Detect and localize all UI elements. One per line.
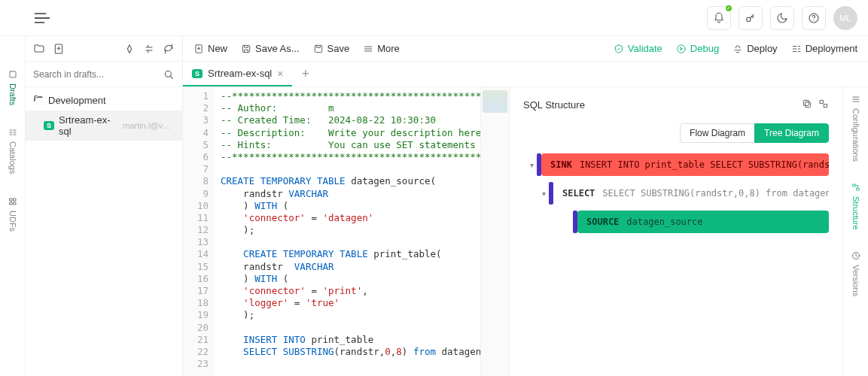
toolbar-label: Save As...	[255, 43, 300, 54]
folder-label: Development	[48, 95, 106, 106]
node-body: datagen_source	[626, 217, 702, 227]
deploy-button[interactable]: Deploy	[732, 43, 777, 54]
sql-badge-icon: S	[192, 69, 203, 78]
tab-add-button[interactable]: +	[292, 62, 318, 86]
right-rail-versions[interactable]: Versions	[851, 251, 860, 296]
structure-node-sink[interactable]: ▾SINKINSERT INTO print_table SELECT SUBS…	[526, 153, 829, 176]
tree-diagram-tab[interactable]: Tree Diagram	[754, 123, 829, 143]
flow-diagram-tab[interactable]: Flow Diagram	[680, 123, 755, 143]
svg-rect-16	[824, 104, 827, 107]
node-tag: SELECT	[562, 188, 595, 199]
left-rail-label: Catalogs	[8, 141, 17, 174]
key-button[interactable]	[739, 6, 763, 30]
editor-column: New Save As... Save More Validate Debug …	[183, 36, 868, 376]
tree-file[interactable]: S Srtream-ex-sql martin.l@verver	[26, 111, 182, 141]
structure-panel: SQL Structure Flow Diagram Tree Diagram …	[509, 87, 842, 376]
help-button[interactable]	[802, 6, 826, 30]
notifications-badge-icon	[724, 4, 733, 13]
node-tag: SINK	[550, 159, 572, 170]
right-rail-label: Versions	[851, 265, 860, 296]
structure-node-source[interactable]: SOURCEdatagen_source	[562, 211, 829, 233]
caret-icon[interactable]: ▾	[526, 161, 537, 169]
debug-button[interactable]: Debug	[676, 43, 719, 54]
toolbar-label: Save	[327, 43, 350, 54]
node-box: SOURCEdatagen_source	[577, 211, 829, 233]
tab-label: Srtream-ex-sql	[208, 68, 272, 79]
menu-toggle-button[interactable]	[32, 8, 53, 29]
file-meta: martin.l@verver	[123, 121, 175, 130]
toolbar-label: More	[377, 43, 400, 54]
svg-rect-4	[14, 199, 16, 201]
caret-icon[interactable]: ▾	[538, 190, 549, 198]
svg-rect-6	[14, 202, 16, 205]
toolbar-label: Validate	[628, 43, 662, 54]
node-body: SELECT SUBSTRING(randstr,0,8) from datag…	[602, 188, 829, 199]
save-button[interactable]: Save	[313, 43, 350, 54]
right-rail: Configurations Structure Versions	[842, 87, 868, 376]
more-button[interactable]: More	[363, 43, 400, 54]
versions-icon	[851, 251, 860, 262]
svg-rect-15	[820, 100, 823, 103]
node-body: INSERT INTO print_table SELECT SUBSTRING…	[580, 159, 829, 170]
toolbar: New Save As... Save More Validate Debug …	[183, 36, 868, 62]
validate-button[interactable]: Validate	[614, 43, 662, 54]
svg-rect-14	[803, 100, 809, 105]
structure-icon	[851, 183, 860, 193]
refresh-icon[interactable]	[163, 43, 175, 55]
save-as-button[interactable]: Save As...	[241, 43, 300, 54]
search-input[interactable]	[33, 69, 163, 80]
copy-icon[interactable]	[802, 99, 812, 111]
structure-title: SQL Structure	[523, 99, 585, 111]
file-label: Srtream-ex-sql	[59, 114, 115, 137]
left-rail-label: UDFs	[8, 211, 17, 232]
right-rail-label: Configurations	[851, 108, 860, 162]
structure-node-select[interactable]: ▾SELECTSELECT SUBSTRING(randstr,0,8) fro…	[538, 182, 829, 205]
right-rail-structure[interactable]: Structure	[851, 183, 860, 230]
svg-rect-5	[10, 202, 12, 205]
code-editor[interactable]: 1234567891011121314151617181920212223 --…	[183, 87, 509, 376]
user-avatar[interactable]: ML	[833, 6, 857, 30]
node-box: SINKINSERT INTO print_table SELECT SUBST…	[541, 153, 829, 176]
node-tag: SOURCE	[586, 217, 619, 227]
file-plus-icon[interactable]	[53, 43, 65, 55]
notifications-button[interactable]	[707, 6, 731, 30]
left-rail-drafts[interactable]: Drafts	[8, 70, 17, 105]
toolbar-label: Deploy	[747, 43, 777, 54]
collapse-icon[interactable]	[143, 43, 155, 55]
configurations-icon	[851, 95, 860, 105]
deployment-button[interactable]: Deployment	[791, 43, 857, 54]
code-lines[interactable]: --**************************************…	[215, 87, 480, 376]
svg-point-8	[165, 71, 171, 77]
search-icon[interactable]	[163, 68, 175, 80]
toolbar-label: New	[208, 43, 227, 54]
toolbar-label: Deployment	[806, 43, 857, 54]
svg-rect-10	[242, 45, 249, 52]
svg-point-12	[678, 44, 686, 53]
node-box: SELECTSELECT SUBSTRING(randstr,0,8) from…	[553, 182, 829, 205]
udfs-icon	[8, 197, 17, 208]
left-rail-label: Drafts	[8, 83, 17, 105]
svg-rect-2	[10, 71, 16, 77]
editor-tab[interactable]: S Srtream-ex-sql ×	[183, 62, 292, 86]
svg-rect-18	[857, 188, 859, 190]
svg-rect-3	[10, 199, 12, 201]
toolbar-label: Debug	[690, 43, 719, 54]
theme-toggle-button[interactable]	[770, 6, 794, 30]
left-rail-catalogs[interactable]: Catalogs	[8, 128, 17, 174]
left-rail-udfs[interactable]: UDFs	[8, 197, 17, 232]
folder-icon[interactable]	[33, 43, 45, 55]
close-icon[interactable]: ×	[277, 68, 283, 80]
locate-icon[interactable]	[123, 43, 136, 55]
titlebar: ML	[0, 0, 868, 36]
tree-folder[interactable]: Development	[26, 90, 182, 111]
svg-rect-13	[806, 102, 811, 107]
minimap[interactable]	[480, 87, 509, 376]
editor-tabs: S Srtream-ex-sql × +	[183, 62, 868, 87]
right-rail-configurations[interactable]: Configurations	[851, 95, 860, 162]
line-gutter: 1234567891011121314151617181920212223	[183, 87, 215, 376]
expand-icon[interactable]	[818, 99, 829, 111]
folder-open-icon	[33, 94, 44, 107]
sql-badge-icon: S	[44, 121, 54, 130]
svg-rect-17	[853, 184, 855, 186]
new-button[interactable]: New	[193, 43, 227, 54]
